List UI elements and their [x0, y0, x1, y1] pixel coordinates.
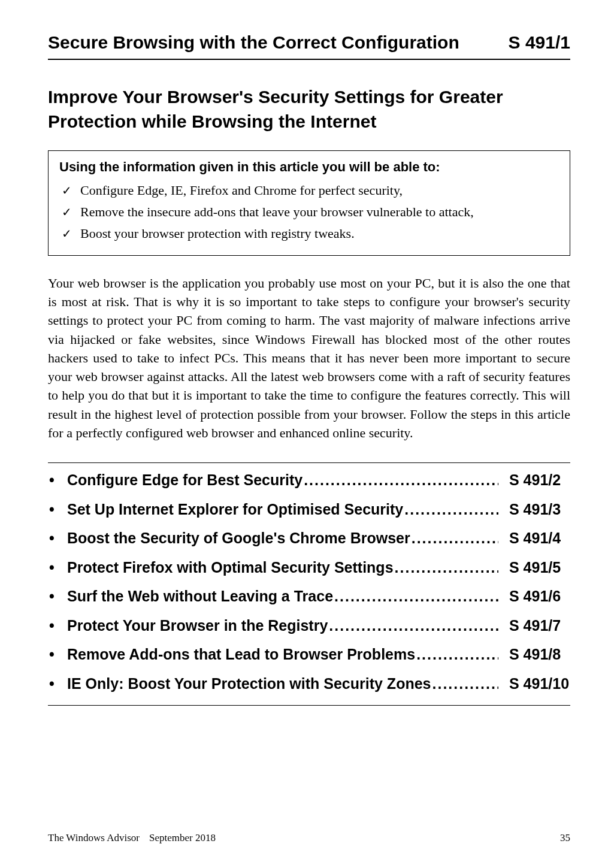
page-footer: The Windows Advisor September 2018 35: [48, 832, 570, 844]
info-box: Using the information given in this arti…: [48, 150, 570, 256]
toc-item: • Set Up Internet Explorer for Optimised…: [48, 498, 570, 521]
info-box-item-text: Configure Edge, IE, Firefox and Chrome f…: [80, 181, 403, 200]
bullet-icon: •: [48, 527, 67, 550]
toc-page: S 491/7: [498, 615, 570, 637]
toc-page: S 491/2: [498, 469, 570, 492]
toc-page: S 491/8: [498, 643, 570, 666]
bullet-icon: •: [48, 469, 67, 492]
toc-label: Protect Your Browser in the Registry: [67, 615, 498, 637]
info-box-item-text: Remove the insecure add-ons that leave y…: [80, 202, 474, 222]
toc-page: S 491/6: [498, 585, 570, 608]
toc-item: • Protect Your Browser in the Registry S…: [48, 615, 570, 637]
bullet-icon: •: [48, 498, 67, 521]
footer-page-number: 35: [560, 832, 570, 844]
toc-label: Protect Firefox with Optimal Security Se…: [67, 557, 498, 579]
page-header: Secure Browsing with the Correct Configu…: [48, 32, 570, 60]
toc-page: S 491/3: [498, 498, 570, 521]
article-title: Improve Your Browser's Security Settings…: [48, 85, 570, 134]
table-of-contents: • Configure Edge for Best Security S 491…: [48, 462, 570, 706]
check-icon: ✓: [62, 224, 72, 243]
footer-publication: The Windows Advisor: [48, 832, 140, 844]
bullet-icon: •: [48, 673, 67, 695]
body-paragraph: Your web browser is the application you …: [48, 274, 570, 442]
bullet-icon: •: [48, 557, 67, 579]
toc-item: • Boost the Security of Google's Chrome …: [48, 527, 570, 550]
toc-label: Boost the Security of Google's Chrome Br…: [67, 527, 498, 550]
toc-label: Surf the Web without Leaving a Trace: [67, 585, 498, 608]
info-box-item: ✓ Configure Edge, IE, Firefox and Chrome…: [59, 181, 559, 200]
bullet-icon: •: [48, 615, 67, 637]
info-box-list: ✓ Configure Edge, IE, Firefox and Chrome…: [59, 181, 559, 243]
toc-item: • IE Only: Boost Your Protection with Se…: [48, 673, 570, 695]
check-icon: ✓: [62, 181, 72, 200]
check-icon: ✓: [62, 202, 72, 222]
toc-page: S 491/5: [498, 557, 570, 579]
toc-item: • Surf the Web without Leaving a Trace S…: [48, 585, 570, 608]
toc-item: • Protect Firefox with Optimal Security …: [48, 557, 570, 579]
toc-item: • Remove Add-ons that Lead to Browser Pr…: [48, 643, 570, 666]
footer-date: September 2018: [149, 832, 216, 844]
bullet-icon: •: [48, 643, 67, 666]
info-box-item: ✓ Remove the insecure add-ons that leave…: [59, 202, 559, 222]
toc-page: S 491/10: [498, 673, 570, 695]
bullet-icon: •: [48, 585, 67, 608]
info-box-item: ✓ Boost your browser protection with reg…: [59, 224, 559, 243]
page-header-title: Secure Browsing with the Correct Configu…: [48, 32, 459, 53]
toc-page: S 491/4: [498, 527, 570, 550]
toc-label: Remove Add-ons that Lead to Browser Prob…: [67, 643, 498, 666]
info-box-item-text: Boost your browser protection with regis…: [80, 224, 355, 243]
toc-label: Set Up Internet Explorer for Optimised S…: [67, 498, 498, 521]
toc-item: • Configure Edge for Best Security S 491…: [48, 469, 570, 492]
toc-label: IE Only: Boost Your Protection with Secu…: [67, 673, 498, 695]
toc-label: Configure Edge for Best Security: [67, 469, 498, 492]
info-box-title: Using the information given in this arti…: [59, 159, 559, 175]
page-header-code: S 491/1: [509, 32, 570, 53]
